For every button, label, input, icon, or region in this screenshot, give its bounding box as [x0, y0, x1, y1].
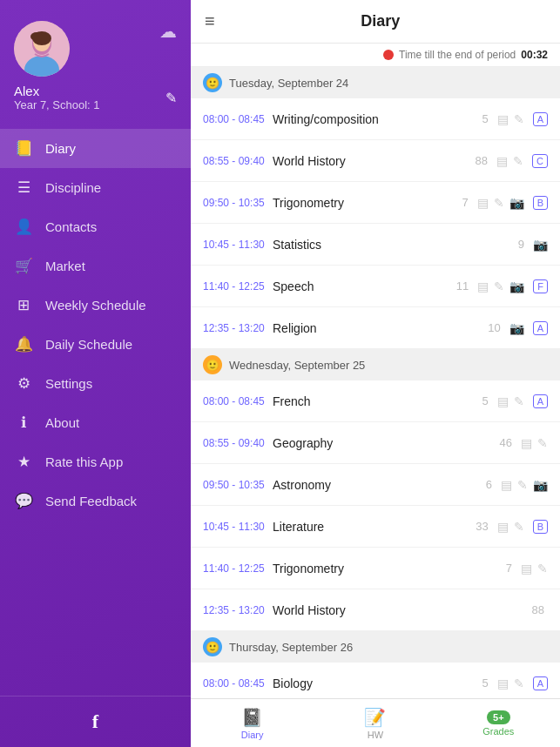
lesson-actions: 5 ▤ ✎ A: [482, 394, 548, 408]
lesson-name: Writing/composition: [273, 112, 482, 126]
edit-icon[interactable]: ✎: [517, 478, 528, 492]
table-row[interactable]: 10:45 - 11:30 Literature 33 ▤ ✎ B: [191, 506, 560, 548]
doc-icon[interactable]: ▤: [496, 154, 508, 168]
sidebar-item-market[interactable]: 🛒 Market: [0, 246, 191, 286]
lesson-count: 33: [476, 520, 488, 533]
day-label-wednesday: Wednesday, September 25: [229, 359, 365, 372]
main-content: ≡ Diary Time till the end of period 00:3…: [191, 0, 560, 747]
camera-icon[interactable]: 📷: [509, 279, 524, 293]
sidebar-item-daily-schedule[interactable]: 🔔 Daily Schedule: [0, 325, 191, 364]
edit-icon[interactable]: ✎: [165, 90, 177, 106]
edit-icon[interactable]: ✎: [537, 436, 548, 450]
lesson-count: 10: [488, 321, 500, 334]
doc-icon[interactable]: ▤: [497, 112, 509, 126]
table-row[interactable]: 08:00 - 08:45 Writing/composition 5 ▤ ✎ …: [191, 98, 560, 140]
doc-icon[interactable]: ▤: [501, 478, 512, 492]
table-row[interactable]: 11:40 - 12:25 Speech 11 ▤ ✎ 📷 F: [191, 266, 560, 307]
table-row[interactable]: 08:00 - 08:45 French 5 ▤ ✎ A: [191, 380, 560, 422]
bottom-nav-grades[interactable]: 5+ Grades: [437, 699, 560, 747]
camera-icon[interactable]: 📷: [509, 196, 524, 210]
lesson-count: 46: [500, 436, 512, 449]
edit-icon[interactable]: ✎: [494, 279, 504, 293]
sidebar-item-diary[interactable]: 📒 Diary: [0, 129, 191, 168]
doc-icon[interactable]: ▤: [497, 520, 509, 534]
sidebar-item-discipline[interactable]: ☰ Discipline: [0, 168, 191, 207]
lesson-badge: A: [533, 321, 548, 335]
lesson-badge: A: [533, 394, 548, 408]
lesson-actions: 7 ▤ ✎ 📷 B: [462, 196, 548, 210]
edit-icon[interactable]: ✎: [514, 676, 524, 690]
doc-icon[interactable]: ▤: [497, 676, 509, 690]
camera-icon[interactable]: 📷: [533, 238, 548, 252]
lesson-time: 10:45 - 11:30: [203, 521, 273, 533]
table-row[interactable]: 11:40 - 12:25 Trigonometry 7 ▤ ✎: [191, 548, 560, 589]
diary-nav-icon: 📓: [241, 707, 263, 728]
table-row[interactable]: 10:45 - 11:30 Statistics 9 📷: [191, 224, 560, 266]
edit-icon[interactable]: ✎: [537, 562, 548, 575]
bottom-nav-diary[interactable]: 📓 Diary: [191, 699, 314, 747]
day-header-wednesday: 🙂 Wednesday, September 25: [191, 349, 560, 380]
schedule-scroll[interactable]: 🙂 Tuesday, September 24 08:00 - 08:45 Wr…: [191, 67, 560, 698]
lesson-badge: B: [533, 196, 548, 210]
lesson-time: 12:35 - 13:20: [203, 604, 273, 616]
timer-dot: [383, 50, 394, 60]
camera-icon[interactable]: 📷: [509, 321, 524, 335]
edit-icon[interactable]: ✎: [514, 394, 524, 408]
hamburger-menu[interactable]: ≡: [205, 11, 215, 31]
svg-point-5: [30, 32, 43, 41]
sidebar-item-label: Diary: [45, 141, 76, 156]
lesson-actions: 11 ▤ ✎ 📷 F: [456, 279, 548, 293]
sidebar-item-weekly-schedule[interactable]: ⊞ Weekly Schedule: [0, 286, 191, 325]
table-row[interactable]: 09:50 - 10:35 Astronomy 6 ▤ ✎ 📷: [191, 464, 560, 506]
sidebar-item-rate[interactable]: ★ Rate this App: [0, 442, 191, 481]
table-row[interactable]: 08:00 - 08:45 Biology 5 ▤ ✎ A: [191, 663, 560, 698]
table-row[interactable]: 12:35 - 13:20 Religion 10 📷 A: [191, 307, 560, 349]
timer-label: Time till the end of period: [399, 49, 516, 61]
doc-icon[interactable]: ▤: [477, 196, 489, 210]
sidebar-nav: 📒 Diary ☰ Discipline 👤 Contacts 🛒 Market…: [0, 122, 191, 696]
table-row[interactable]: 12:35 - 13:20 World History 88: [191, 589, 560, 631]
doc-icon[interactable]: ▤: [477, 279, 489, 293]
cloud-icon[interactable]: ☁: [159, 21, 177, 42]
facebook-icon[interactable]: f: [92, 710, 98, 733]
lesson-time: 08:55 - 09:40: [203, 437, 273, 449]
doc-icon[interactable]: ▤: [521, 436, 532, 450]
lesson-count: 11: [456, 279, 469, 293]
bottom-nav-hw[interactable]: 📝 HW: [314, 699, 436, 747]
sidebar-header: ☁ Alex Year 7, School: 1 ✎: [0, 0, 191, 122]
sidebar-footer[interactable]: f: [0, 696, 191, 747]
camera-icon[interactable]: 📷: [533, 478, 548, 492]
lesson-badge: A: [533, 112, 548, 126]
sidebar-item-contacts[interactable]: 👤 Contacts: [0, 207, 191, 246]
lesson-actions: 46 ▤ ✎: [500, 436, 548, 450]
table-row[interactable]: 08:55 - 09:40 World History 88 ▤ ✎ C: [191, 140, 560, 182]
sidebar-item-about[interactable]: ℹ About: [0, 403, 191, 442]
lesson-count: 88: [476, 154, 488, 167]
user-name: Alex: [14, 84, 100, 98]
contacts-icon: 👤: [14, 218, 33, 236]
lesson-time: 08:55 - 09:40: [203, 155, 273, 167]
grades-badge: 5+: [487, 710, 510, 724]
sidebar-item-label: Contacts: [45, 219, 97, 234]
table-row[interactable]: 09:50 - 10:35 Trigonometry 7 ▤ ✎ 📷 B: [191, 182, 560, 224]
sidebar-item-feedback[interactable]: 💬 Send Feedback: [0, 481, 191, 521]
doc-icon[interactable]: ▤: [521, 562, 532, 575]
lesson-actions: 7 ▤ ✎: [506, 562, 548, 575]
avatar: [14, 21, 70, 77]
bottom-nav-diary-label: Diary: [241, 730, 264, 740]
lesson-count: 88: [532, 603, 544, 616]
edit-icon[interactable]: ✎: [494, 196, 504, 210]
edit-icon[interactable]: ✎: [514, 112, 524, 126]
sidebar-item-settings[interactable]: ⚙ Settings: [0, 364, 191, 403]
bottom-nav: 📓 Diary 📝 HW 5+ Grades: [191, 698, 560, 747]
lesson-count: 5: [482, 394, 488, 407]
sidebar-item-label: Market: [45, 259, 85, 273]
doc-icon[interactable]: ▤: [497, 394, 509, 408]
edit-icon[interactable]: ✎: [513, 154, 523, 168]
lesson-count: 7: [506, 562, 512, 575]
market-icon: 🛒: [14, 257, 33, 275]
about-icon: ℹ: [14, 414, 33, 432]
lesson-name: World History: [273, 154, 476, 168]
table-row[interactable]: 08:55 - 09:40 Geography 46 ▤ ✎: [191, 422, 560, 464]
edit-icon[interactable]: ✎: [514, 520, 524, 534]
